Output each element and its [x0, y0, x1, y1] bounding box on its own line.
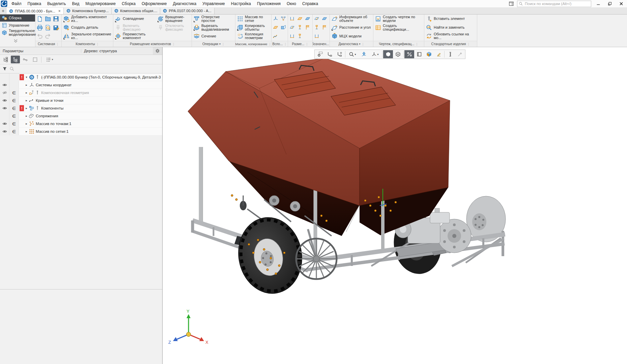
command-search[interactable]	[517, 1, 591, 7]
expander-icon[interactable]: ▸	[24, 107, 29, 110]
display-variants-button[interactable]	[424, 50, 434, 58]
chevron-down-icon[interactable]: ▾	[219, 42, 221, 46]
undo-button[interactable]	[36, 32, 44, 41]
include-cell[interactable]	[9, 73, 19, 81]
include-cell[interactable]: ∈	[9, 97, 19, 104]
panel-toggle-icon[interactable]	[508, 1, 514, 6]
visibility-cell[interactable]	[0, 73, 9, 81]
insert-element-button[interactable]: Вставить элемент	[425, 14, 476, 23]
include-cell[interactable]: ∈	[9, 120, 19, 127]
tree-item-curves-points[interactable]: ∈ ▸ Кривые и точки	[0, 97, 162, 104]
tree-view-ordered-button[interactable]	[1, 56, 10, 63]
visibility-cell[interactable]	[0, 112, 9, 120]
viewport-settings-button[interactable]	[315, 50, 325, 58]
panel-tab-tree-structure[interactable]: Дерево: структура	[81, 49, 120, 53]
measure-button[interactable]	[445, 50, 455, 58]
menu-select[interactable]: Выделить	[44, 0, 69, 7]
include-cell[interactable]: ∈	[9, 128, 19, 135]
visibility-cell[interactable]	[0, 97, 9, 104]
aux-plane-button[interactable]	[272, 23, 279, 32]
panel-splitter[interactable]	[0, 289, 162, 290]
expander-icon[interactable]: ▸	[24, 122, 29, 125]
dim-plane-button[interactable]	[296, 14, 304, 23]
move-component-button[interactable]: Переместить компонент	[114, 32, 156, 40]
model-bunker-assembly[interactable]: Y X Z	[163, 47, 627, 364]
dim-leader-button[interactable]	[304, 23, 311, 32]
tree-item-root[interactable]: ! ▾ (-)ППАБ.00.00.000 Бункер (Тел-0, Сбо…	[0, 73, 162, 81]
dim-radial-button[interactable]	[296, 23, 304, 32]
group-grip[interactable]: ⋮	[284, 42, 287, 46]
menu-help[interactable]: Справка	[299, 0, 321, 7]
dim-angle-button[interactable]	[288, 23, 296, 32]
update-links-button[interactable]: Обновить ссылки на мо...	[425, 32, 476, 40]
aux-cam-button[interactable]	[279, 23, 287, 32]
menu-window[interactable]: Окно	[284, 0, 299, 7]
tree-item-mates[interactable]: ∈ ▸ Сопряжения	[0, 112, 162, 120]
menu-view[interactable]: Вид	[69, 0, 82, 7]
command-search-input[interactable]	[524, 1, 590, 6]
aux-spline-button[interactable]	[272, 32, 279, 40]
group-grip[interactable]: ⋮	[172, 42, 175, 46]
tab-document-4[interactable]: PPA.0107.00.00.000 - A...	[160, 7, 214, 14]
tab-close-icon[interactable]: ×	[58, 9, 61, 13]
tree-filter-input[interactable]	[17, 66, 160, 71]
menu-layout[interactable]: Оформление	[139, 0, 170, 7]
preview-button[interactable]	[44, 23, 52, 32]
expander-icon[interactable]: ▸	[24, 99, 29, 102]
chevron-down-icon[interactable]: ▾	[359, 42, 360, 46]
tree-item-coordinate-systems[interactable]: ▸ Системы координат	[0, 81, 162, 89]
orientation-axes-button[interactable]: ▾	[369, 50, 381, 58]
include-cell[interactable]: ∈	[9, 104, 19, 112]
tab-document-3[interactable]: Компоновка общая....	[112, 7, 160, 14]
tree-display-options-button[interactable]: ▾	[43, 56, 56, 63]
maximize-button[interactable]	[605, 0, 614, 7]
tree-item-grid-array[interactable]: ∈ ▸ Массив по сетке:1	[0, 128, 162, 135]
visibility-cell[interactable]	[0, 128, 9, 135]
coincide-mate-button[interactable]: Совпадение	[114, 14, 156, 23]
menu-modeling[interactable]: Моделирование	[82, 0, 119, 7]
expander-icon[interactable]: ▸	[24, 114, 29, 118]
dim-post-button[interactable]	[296, 32, 304, 40]
minimize-button[interactable]	[594, 0, 603, 7]
3d-viewport[interactable]: ▾ ▾	[163, 47, 627, 364]
menu-diagnostics[interactable]: Диагностика	[170, 0, 200, 7]
create-drawing-button[interactable]: Создать чертеж по модели	[374, 14, 423, 23]
clip-section-button[interactable]	[404, 50, 414, 58]
notation-datum-button[interactable]	[313, 23, 320, 32]
dim-cyl-button[interactable]	[304, 14, 311, 23]
tab-document-1[interactable]: ППАБ.00.00.000 - Бун... ×	[6, 7, 64, 14]
menu-file[interactable]: Файл	[8, 0, 25, 7]
notation-tolerance-button[interactable]	[320, 14, 328, 23]
expander-icon[interactable]: ▸	[24, 91, 29, 94]
tree-relations-button[interactable]	[21, 56, 30, 63]
aux-axis-button[interactable]	[272, 14, 279, 23]
mirror-component-button[interactable]: Зеркальное отражение ко...	[62, 32, 112, 40]
group-grip[interactable]: ⋮	[416, 42, 419, 46]
simple-hole-button[interactable]: Отверстие простое	[193, 14, 234, 23]
section-button[interactable]: Сечение	[193, 32, 234, 40]
menu-applications[interactable]: Приложения	[254, 0, 284, 7]
expander-icon[interactable]: ▾	[24, 75, 29, 79]
tree-view-structure-button[interactable]	[11, 56, 20, 63]
menu-edit[interactable]: Правка	[25, 0, 45, 7]
group-grip[interactable]: ⋮	[222, 42, 225, 46]
include-cell[interactable]	[9, 81, 19, 89]
cut-extrude-button[interactable]: Вырезать выдавливанием	[193, 23, 234, 32]
close-button[interactable]	[617, 0, 626, 7]
mode-management[interactable]: Управление	[0, 22, 35, 29]
group-grip[interactable]: ⋮	[306, 42, 309, 46]
new-document-button[interactable]	[36, 14, 44, 23]
group-grip[interactable]: ⋮	[362, 42, 365, 46]
rotation-mate-button[interactable]: Вращение-вращение	[156, 14, 191, 23]
redo-button[interactable]	[44, 32, 52, 41]
copy-objects-button[interactable]: Копировать объекты	[236, 23, 270, 32]
expander-icon[interactable]: ▸	[24, 130, 29, 133]
find-replace-button[interactable]: Найти и заменить	[425, 23, 476, 32]
print-button[interactable]	[36, 23, 44, 32]
group-grip[interactable]: ⋮	[467, 42, 470, 46]
tree-selection-button[interactable]	[30, 56, 39, 63]
panel-tab-parameters[interactable]: Параметры	[0, 49, 81, 53]
aux-chain-button[interactable]	[279, 14, 287, 23]
object-info-button[interactable]: Информация об объекте	[331, 14, 372, 23]
include-cell[interactable]: ∈	[9, 89, 19, 96]
